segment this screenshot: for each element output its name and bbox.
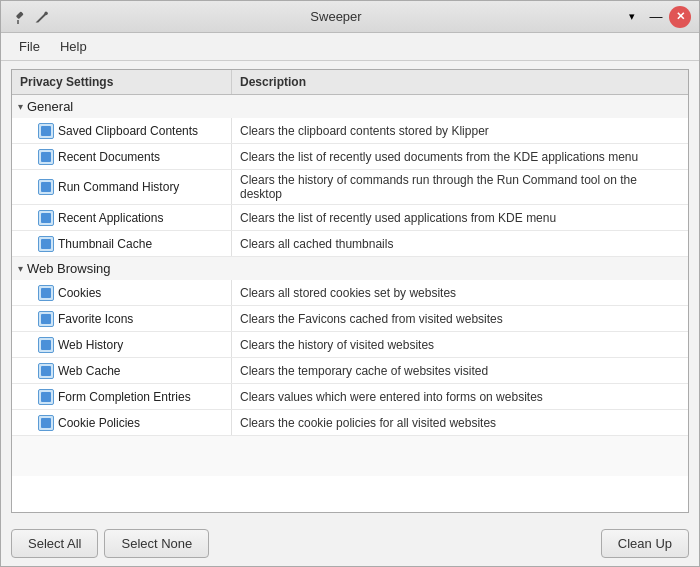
row-name-cell: Saved Clipboard Contents bbox=[12, 118, 232, 143]
title-bar: Sweeper ▾ — ✕ bbox=[1, 1, 699, 33]
table-row: Recent Applications Clears the list of r… bbox=[12, 205, 688, 231]
checkbox-cookies[interactable] bbox=[38, 285, 54, 301]
row-desc: Clears the cookie policies for all visit… bbox=[232, 410, 688, 435]
col-description: Description bbox=[232, 70, 688, 94]
checkbox-thumbnail-cache[interactable] bbox=[38, 236, 54, 252]
row-desc: Clears the clipboard contents stored by … bbox=[232, 118, 688, 143]
row-desc: Clears the history of visited websites bbox=[232, 332, 688, 357]
row-name-cell: Recent Documents bbox=[12, 144, 232, 169]
row-label: Recent Applications bbox=[58, 211, 163, 225]
row-label: Thumbnail Cache bbox=[58, 237, 152, 251]
menu-bar: File Help bbox=[1, 33, 699, 61]
checkbox-saved-clipboard[interactable] bbox=[38, 123, 54, 139]
table-row: Cookie Policies Clears the cookie polici… bbox=[12, 410, 688, 436]
table-row: Run Command History Clears the history o… bbox=[12, 170, 688, 205]
main-window: Sweeper ▾ — ✕ File Help Privacy Settings… bbox=[0, 0, 700, 567]
title-chevron-down-btn[interactable]: ▾ bbox=[621, 6, 643, 28]
table-row: Saved Clipboard Contents Clears the clip… bbox=[12, 118, 688, 144]
row-desc: Clears the Favicons cached from visited … bbox=[232, 306, 688, 331]
row-label: Recent Documents bbox=[58, 150, 160, 164]
table-row: Web Cache Clears the temporary cache of … bbox=[12, 358, 688, 384]
row-name-cell: Thumbnail Cache bbox=[12, 231, 232, 256]
svg-point-2 bbox=[45, 11, 48, 14]
row-label: Form Completion Entries bbox=[58, 390, 191, 404]
row-desc: Clears the list of recently used documen… bbox=[232, 144, 688, 169]
checkbox-web-cache[interactable] bbox=[38, 363, 54, 379]
table-row: Cookies Clears all stored cookies set by… bbox=[12, 280, 688, 306]
group-web-browsing[interactable]: ▾ Web Browsing bbox=[12, 257, 688, 280]
group-web-label: Web Browsing bbox=[27, 261, 111, 276]
minimize-button[interactable]: — bbox=[645, 6, 667, 28]
table-body: ▾ General Saved Clipboard Contents Clear… bbox=[12, 95, 688, 512]
chevron-web-icon: ▾ bbox=[18, 263, 23, 274]
table-row: Web History Clears the history of visite… bbox=[12, 332, 688, 358]
menu-item-file[interactable]: File bbox=[9, 35, 50, 58]
clean-up-button[interactable]: Clean Up bbox=[601, 529, 689, 558]
row-label: Web Cache bbox=[58, 364, 120, 378]
row-name-cell: Run Command History bbox=[12, 170, 232, 204]
checkbox-favorite-icons[interactable] bbox=[38, 311, 54, 327]
settings-table: Privacy Settings Description ▾ General S… bbox=[11, 69, 689, 513]
table-row: Favorite Icons Clears the Favicons cache… bbox=[12, 306, 688, 332]
title-bar-left bbox=[9, 8, 51, 26]
close-button[interactable]: ✕ bbox=[669, 6, 691, 28]
group-general[interactable]: ▾ General bbox=[12, 95, 688, 118]
group-general-label: General bbox=[27, 99, 73, 114]
checkbox-recent-apps[interactable] bbox=[38, 210, 54, 226]
row-desc: Clears the history of commands run throu… bbox=[232, 170, 688, 204]
row-name-cell: Cookies bbox=[12, 280, 232, 305]
col-privacy-settings: Privacy Settings bbox=[12, 70, 232, 94]
row-desc: Clears all cached thumbnails bbox=[232, 231, 688, 256]
table-row: Recent Documents Clears the list of rece… bbox=[12, 144, 688, 170]
row-desc: Clears the list of recently used applica… bbox=[232, 205, 688, 230]
title-bar-controls: ▾ — ✕ bbox=[621, 6, 691, 28]
table-row: Form Completion Entries Clears values wh… bbox=[12, 384, 688, 410]
select-none-button[interactable]: Select None bbox=[104, 529, 209, 558]
select-all-button[interactable]: Select All bbox=[11, 529, 98, 558]
checkbox-cookie-policies[interactable] bbox=[38, 415, 54, 431]
row-label: Run Command History bbox=[58, 180, 179, 194]
row-desc: Clears the temporary cache of websites v… bbox=[232, 358, 688, 383]
row-label: Cookies bbox=[58, 286, 101, 300]
row-desc: Clears all stored cookies set by website… bbox=[232, 280, 688, 305]
row-name-cell: Form Completion Entries bbox=[12, 384, 232, 409]
row-desc: Clears values which were entered into fo… bbox=[232, 384, 688, 409]
row-label: Web History bbox=[58, 338, 123, 352]
chevron-general-icon: ▾ bbox=[18, 101, 23, 112]
row-name-cell: Web Cache bbox=[12, 358, 232, 383]
row-name-cell: Web History bbox=[12, 332, 232, 357]
row-label: Saved Clipboard Contents bbox=[58, 124, 198, 138]
row-name-cell: Cookie Policies bbox=[12, 410, 232, 435]
tool-icon[interactable] bbox=[33, 8, 51, 26]
checkbox-form-entries[interactable] bbox=[38, 389, 54, 405]
row-label: Favorite Icons bbox=[58, 312, 133, 326]
checkbox-web-history[interactable] bbox=[38, 337, 54, 353]
checkbox-recent-docs[interactable] bbox=[38, 149, 54, 165]
row-name-cell: Recent Applications bbox=[12, 205, 232, 230]
checkbox-run-command[interactable] bbox=[38, 179, 54, 195]
footer: Select All Select None Clean Up bbox=[1, 521, 699, 566]
svg-rect-0 bbox=[16, 11, 24, 19]
pin-icon[interactable] bbox=[9, 8, 27, 26]
content-area: Privacy Settings Description ▾ General S… bbox=[1, 61, 699, 521]
menu-item-help[interactable]: Help bbox=[50, 35, 97, 58]
row-name-cell: Favorite Icons bbox=[12, 306, 232, 331]
window-title: Sweeper bbox=[51, 9, 621, 24]
row-label: Cookie Policies bbox=[58, 416, 140, 430]
spacer-row bbox=[12, 436, 688, 476]
footer-left: Select All Select None bbox=[11, 529, 209, 558]
table-row: Thumbnail Cache Clears all cached thumbn… bbox=[12, 231, 688, 257]
table-header: Privacy Settings Description bbox=[12, 70, 688, 95]
